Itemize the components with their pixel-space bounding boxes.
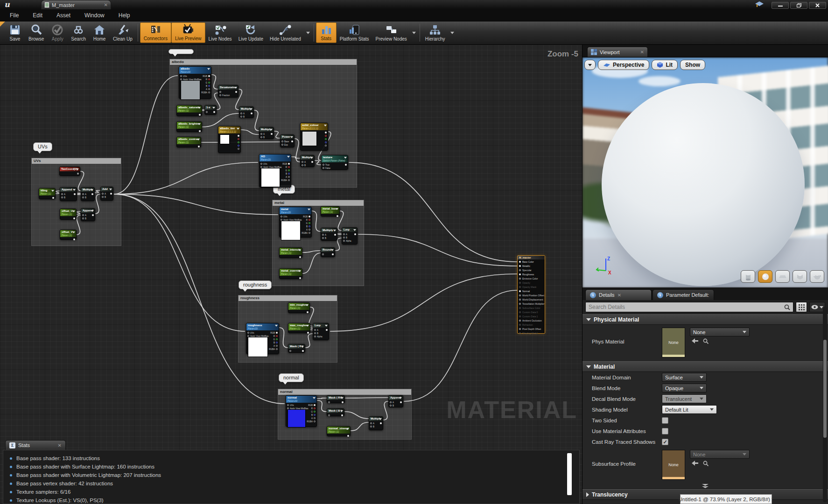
graph-node-multiply[interactable]: MultiplyAB	[259, 127, 274, 139]
master-pin-specular[interactable]: Specular	[518, 268, 545, 272]
input-pin[interactable]: UVs	[260, 162, 267, 165]
parameter-defaults-tab[interactable]: i Parameter Default:	[653, 289, 714, 300]
master-pin-roughness[interactable]: Roughness	[518, 272, 545, 276]
clean-up-button[interactable]: Clean Up	[110, 22, 136, 43]
input-pin[interactable]: B	[82, 196, 86, 199]
stats-tab[interactable]: Σ Stats ✕	[5, 440, 66, 450]
search-details-input[interactable]	[589, 304, 784, 310]
cylinder-shape-button[interactable]	[741, 270, 755, 283]
live-update-button[interactable]: Live Update	[235, 22, 267, 43]
graph-node-multiply[interactable]: MultiplyAB	[81, 187, 95, 201]
input-pin[interactable]	[322, 253, 325, 256]
cube-shape-button[interactable]	[793, 270, 807, 283]
output-pin[interactable]	[336, 215, 338, 217]
output-pin[interactable]: R	[274, 335, 278, 337]
graph-node-metal-override[interactable]: metal_overrideParam (1)	[279, 268, 302, 279]
comment-bubble-UVs[interactable]: UVs	[33, 142, 52, 151]
input-pin[interactable]: B	[260, 136, 265, 139]
input-pin[interactable]: A	[82, 214, 86, 217]
graph-node-albedo-contrast[interactable]: albedo_contrastParam (1)	[176, 137, 201, 147]
input-pin[interactable]: A	[260, 133, 265, 135]
input-pin[interactable]: Base	[281, 140, 289, 143]
graph-node-round[interactable]: Round	[321, 247, 335, 257]
comment-bubble[interactable]	[168, 49, 194, 54]
output-pin[interactable]: RGB	[282, 162, 290, 165]
input-pin[interactable]: Alpha	[314, 335, 323, 338]
input-pin[interactable]: True	[323, 163, 330, 166]
output-pin[interactable]	[51, 196, 54, 199]
toolbar-dropdown-caret[interactable]	[449, 22, 456, 43]
home-button[interactable]: Home	[89, 22, 110, 43]
output-pin[interactable]: G	[205, 81, 210, 84]
viewport-tab[interactable]: Viewport ✕	[587, 47, 648, 57]
blend-mode-dropdown[interactable]: Opaque	[662, 384, 707, 392]
graph-node-lerp[interactable]: LerpABAlpha	[313, 323, 329, 340]
input-pin[interactable]: A	[61, 193, 65, 196]
stats-button[interactable]: Stats	[316, 22, 337, 43]
comment-bubble-roughness[interactable]: roughness	[239, 280, 272, 289]
output-pin[interactable]: RGBA	[201, 91, 210, 94]
cast-ray-traced-shadows-checkbox[interactable]: ✓	[662, 439, 668, 445]
section-material[interactable]: Material	[582, 361, 828, 372]
input-pin[interactable]: B	[61, 196, 65, 199]
input-pin[interactable]: B	[343, 236, 347, 239]
input-pin[interactable]: A	[343, 233, 347, 236]
input-pin[interactable]: B	[82, 217, 86, 220]
master-pin-base-color[interactable]: Base Color	[518, 259, 545, 264]
two-sided-checkbox[interactable]	[662, 417, 668, 424]
output-pin[interactable]	[237, 134, 239, 137]
output-pin[interactable]	[346, 434, 349, 437]
output-pin[interactable]	[353, 233, 356, 236]
graph-node-1-x[interactable]: 1-x	[204, 105, 217, 115]
graph-node-power[interactable]: PowerBaseExp	[280, 134, 295, 147]
output-pin[interactable]: R	[206, 78, 210, 81]
phys-material-thumbnail[interactable]: None	[662, 328, 685, 357]
output-pin[interactable]	[270, 133, 273, 135]
output-pin[interactable]	[73, 193, 76, 196]
graph-node-solid-colour[interactable]: solid_colourParam (1,1,1,1)	[300, 123, 328, 151]
output-pin[interactable]	[76, 172, 79, 175]
graph-node-append[interactable]: AppendAB	[81, 208, 95, 221]
hide-unrelated-button[interactable]: Hide Unrelated	[267, 22, 304, 43]
output-pin[interactable]: A	[286, 175, 290, 178]
stats-scrollbar[interactable]	[567, 453, 572, 495]
graph-node-texcoord-0-[interactable]: TexCoord[0]	[59, 167, 80, 176]
output-pin[interactable]: B	[206, 84, 210, 87]
sphere-shape-button[interactable]	[758, 270, 772, 283]
output-pin[interactable]: RGBA	[302, 231, 310, 234]
graph-node-add[interactable]: AddAB	[100, 187, 113, 201]
input-pin[interactable]	[328, 414, 331, 417]
output-pin[interactable]: RGBA	[307, 420, 316, 423]
details-tab[interactable]: i Details ✕	[585, 289, 652, 300]
graph-node-multiply[interactable]: MultiplyAB	[300, 155, 315, 167]
apply-button[interactable]: Apply	[47, 22, 68, 43]
platform-stats-button[interactable]: Platform Stats	[337, 22, 372, 43]
input-pin[interactable]: False	[323, 167, 330, 169]
graph-node-ao[interactable]: AOParam2DUVsApply View MipBiasRGBRGBARGB…	[259, 154, 291, 188]
master-pin-metallic[interactable]: Metallic	[518, 264, 545, 268]
output-pin[interactable]	[325, 329, 328, 331]
master-pin-world-position-offset[interactable]: World Position Offset	[518, 293, 545, 297]
perspective-button[interactable]: Perspective	[598, 60, 649, 70]
output-pin[interactable]	[344, 163, 347, 166]
subsurface-profile-thumbnail[interactable]: None	[662, 450, 685, 480]
output-pin[interactable]	[341, 401, 344, 404]
output-pin[interactable]	[324, 131, 327, 134]
output-pin[interactable]	[340, 414, 343, 417]
menu-item-file[interactable]: File	[4, 11, 25, 20]
browse-asset-icon[interactable]	[703, 338, 709, 344]
output-pin[interactable]	[91, 214, 94, 217]
graph-node-metal-intensity[interactable]: metal_intensityParam (1)	[279, 247, 302, 258]
toolbar-dropdown-caret[interactable]	[410, 22, 418, 43]
output-pin[interactable]	[298, 256, 301, 259]
graph-node-texture[interactable]: textureSwitch Param (False)TrueFalse	[321, 155, 348, 170]
input-pin[interactable]: Alpha	[343, 239, 351, 242]
output-pin[interactable]	[212, 111, 215, 113]
graph-node-albedo-saturation[interactable]: albedo_saturationParam (1)	[176, 105, 202, 116]
output-pin[interactable]	[197, 145, 200, 148]
output-pin[interactable]	[306, 311, 309, 314]
material-graph-canvas[interactable]: Zoom -5 MATERIAL UVsalbedometalroughness…	[0, 45, 582, 504]
graph-node-append[interactable]: AppendAB	[388, 395, 403, 407]
output-pin[interactable]: RGB	[303, 215, 310, 218]
master-pin-ambient-occlusion[interactable]: Ambient Occlusion	[518, 318, 545, 322]
